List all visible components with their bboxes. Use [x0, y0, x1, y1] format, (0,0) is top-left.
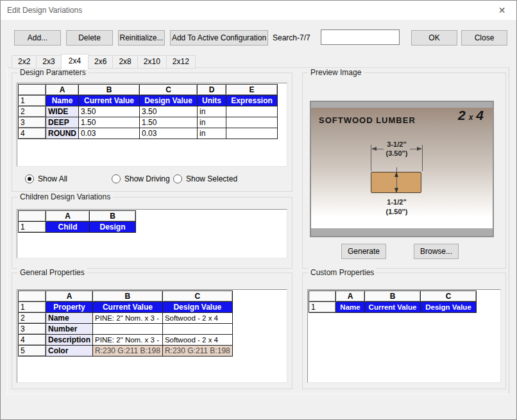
design-parameters-group-label: Design Parameters [17, 68, 89, 77]
row-number[interactable]: 1 [19, 96, 46, 106]
arrow-up-icon [394, 172, 398, 177]
property-name-cell[interactable]: Description [46, 335, 93, 346]
corner-cell[interactable] [309, 291, 336, 302]
header-cell[interactable]: Current Value [93, 302, 163, 313]
property-name-cell[interactable]: Color [46, 346, 93, 357]
current-value-cell[interactable]: PINE: 2" Nom. x 3 - [93, 335, 163, 346]
param-name-cell[interactable]: ROUND [46, 128, 79, 139]
column-header[interactable]: A [46, 85, 79, 96]
param-name-cell[interactable]: DEEP [46, 117, 79, 128]
row-number[interactable]: 1 [309, 302, 336, 313]
column-header[interactable]: B [90, 211, 136, 222]
title-bar: Edit Design Variations [1, 1, 516, 20]
row-number[interactable]: 2 [19, 106, 46, 117]
preview-image-group-label: Preview Image [308, 68, 364, 77]
header-cell[interactable]: Property [46, 302, 93, 313]
image-top-band [311, 102, 493, 108]
current-value-cell[interactable]: 3.50 [79, 106, 140, 117]
tab-2x8[interactable]: 2x8 [112, 55, 137, 69]
column-header[interactable]: D [198, 85, 226, 96]
row-number[interactable]: 3 [19, 117, 46, 128]
row-number[interactable]: 4 [19, 335, 46, 346]
row-number[interactable]: 5 [19, 346, 46, 357]
property-name-cell[interactable]: Name [46, 313, 93, 324]
header-cell[interactable]: Name [46, 96, 79, 106]
close-button[interactable]: Close [461, 30, 507, 46]
window-close-button[interactable]: ✕ [487, 1, 516, 20]
current-value-cell[interactable]: 0.03 [79, 128, 140, 139]
radio-show-selected[interactable]: Show Selected [173, 174, 237, 183]
radio-button-icon [25, 174, 34, 183]
column-header[interactable]: A [336, 291, 365, 302]
tab-2x6[interactable]: 2x6 [88, 55, 113, 69]
column-header[interactable]: B [79, 85, 140, 96]
column-header[interactable]: C [140, 85, 198, 96]
add-to-active-configuration-button[interactable]: Add To Active Configuration [170, 30, 268, 46]
column-header[interactable]: A [46, 211, 90, 222]
row-number[interactable]: 1 [19, 302, 46, 313]
image-size-label: 2x4 [458, 108, 484, 123]
current-value-cell[interactable]: PINE: 2" Nom. x 3 - [93, 313, 163, 324]
table-header-row: 1 Name Current Value Design Value Units … [19, 96, 278, 106]
header-cell[interactable]: Current Value [79, 96, 140, 106]
column-header[interactable]: B [93, 291, 163, 302]
corner-cell[interactable] [19, 85, 46, 96]
column-header[interactable]: E [226, 85, 278, 96]
expression-cell[interactable] [226, 117, 278, 128]
children-design-variations-group: Children Design Variations A B 1 Child D… [12, 197, 292, 269]
expression-cell[interactable] [226, 128, 278, 139]
header-cell[interactable]: Design Value [140, 96, 198, 106]
tab-2x2[interactable]: 2x2 [12, 55, 37, 69]
column-header[interactable]: B [365, 291, 421, 302]
design-parameters-sheet: A B C D E 1 Name Current Value Design Va… [17, 83, 287, 167]
header-cell[interactable]: Units [198, 96, 226, 106]
units-cell[interactable]: in [198, 117, 226, 128]
search-input[interactable] [321, 29, 400, 45]
current-value-cell[interactable] [93, 324, 163, 335]
row-number[interactable]: 1 [19, 222, 46, 233]
tab-2x3[interactable]: 2x3 [36, 55, 61, 69]
generate-button[interactable]: Generate [341, 244, 386, 259]
row-number[interactable]: 3 [19, 324, 46, 335]
units-cell[interactable]: in [198, 106, 226, 117]
color-value-cell[interactable]: R:230 G:211 B:198 [162, 346, 232, 357]
column-header[interactable]: C [421, 291, 477, 302]
units-cell[interactable]: in [198, 128, 226, 139]
column-header[interactable]: C [162, 291, 232, 302]
param-name-cell[interactable]: WIDE [46, 106, 79, 117]
column-header[interactable]: A [46, 291, 93, 302]
color-value-cell[interactable]: R:230 G:211 B:198 [93, 346, 163, 357]
tab-2x10[interactable]: 2x10 [137, 55, 167, 69]
current-value-cell[interactable]: 1.50 [79, 117, 140, 128]
row-number[interactable]: 4 [19, 128, 46, 139]
radio-show-all[interactable]: Show All [25, 174, 67, 183]
size-tab-strip: 2x2 2x3 2x4 2x6 2x8 2x10 2x12 [12, 54, 195, 69]
ok-button[interactable]: OK [411, 30, 457, 46]
tab-2x12[interactable]: 2x12 [166, 55, 196, 69]
header-cell[interactable]: Design Value [162, 302, 232, 313]
add-button[interactable]: Add... [14, 30, 61, 46]
radio-show-driving[interactable]: Show Driving [112, 174, 170, 183]
expression-cell[interactable] [226, 106, 278, 117]
corner-cell[interactable] [19, 211, 46, 222]
design-value-cell[interactable]: Softwood - 2 x 4 [162, 335, 232, 346]
property-name-cell[interactable]: Number [46, 324, 93, 335]
header-cell[interactable]: Design [90, 222, 136, 233]
header-cell[interactable]: Name [336, 302, 365, 313]
design-value-cell[interactable] [162, 324, 232, 335]
corner-cell[interactable] [19, 291, 46, 302]
reinitialize-button[interactable]: Reinitialize... [118, 30, 165, 46]
table-row: 2 WIDE 3.50 3.50 in [19, 106, 278, 117]
header-cell[interactable]: Design Value [421, 302, 477, 313]
header-cell[interactable]: Current Value [365, 302, 421, 313]
design-value-cell[interactable]: 1.50 [140, 117, 198, 128]
header-cell[interactable]: Expression [226, 96, 278, 106]
header-cell[interactable]: Child [46, 222, 90, 233]
tab-2x4[interactable]: 2x4 [61, 54, 89, 69]
browse-button[interactable]: Browse... [414, 244, 459, 259]
design-value-cell[interactable]: 0.03 [140, 128, 198, 139]
row-number[interactable]: 2 [19, 313, 46, 324]
design-value-cell[interactable]: Softwood - 2 x 4 [162, 313, 232, 324]
design-value-cell[interactable]: 3.50 [140, 106, 198, 117]
delete-button[interactable]: Delete [66, 30, 113, 46]
